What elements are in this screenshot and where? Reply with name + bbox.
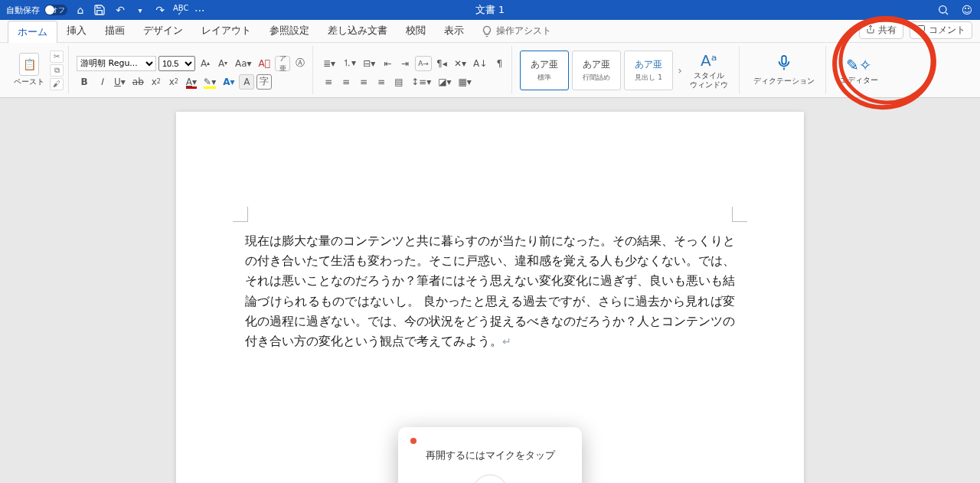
sort-button[interactable]: A↓ [471,56,489,71]
borders-button[interactable]: ▦▾ [456,74,474,90]
char-border-button[interactable]: 字 [256,74,272,90]
ltr-button[interactable]: A→ [415,56,432,71]
strikethrough-button[interactable]: ab [130,74,146,90]
group-editor: ✎✧ エディター [829,46,889,94]
phonetic-icon[interactable]: ア亜 [275,56,290,71]
char-shading-button[interactable]: A [239,74,254,90]
cut-icon[interactable]: ✂ [50,51,64,63]
decrease-indent-button[interactable]: ⇤ [380,56,395,71]
tab-home[interactable]: ホーム [8,21,57,43]
paragraph-mark-icon: ↵ [502,336,511,348]
group-styles: あア亜 標準 あア亜 行間詰め あア亜 見出し 1 › Aᵃ スタイル ウィンド… [515,46,740,94]
subscript-button[interactable]: x2 [149,74,164,90]
align-center-button[interactable]: ≡ [338,74,354,90]
clipboard-icon: 📋 [19,53,39,76]
comments-button[interactable]: コメント [910,21,972,39]
undo-dropdown-icon[interactable]: ▾ [133,6,147,15]
toggle-switch[interactable]: オフ [44,5,67,15]
document-canvas[interactable]: 現在は膨大な量のコンテンツと共に暮らすのが当たり前になった。その結果、そっくりと… [0,98,980,483]
enclose-icon[interactable]: Ⓐ [292,56,308,71]
group-dictation: ディクテーション [743,46,826,94]
tell-me[interactable]: 操作アシスト [473,20,559,42]
comment-icon [916,24,926,36]
font-name-select[interactable]: 游明朝 Regu... [77,56,156,71]
highlight-button[interactable]: ✎▾ [201,74,218,90]
style-pane-button[interactable]: Aᵃ スタイル ウィンドウ [684,48,734,92]
asia-layout-button[interactable]: ✕▾ [452,56,469,71]
tab-design[interactable]: デザイン [134,20,192,42]
dictation-message: 再開するにはマイクをタップ [410,449,570,462]
multilevel-button[interactable]: ⊟▾ [361,56,377,71]
tab-view[interactable]: 表示 [435,20,473,42]
justify-button[interactable]: ≡ [374,74,389,90]
lightbulb-icon [481,25,493,38]
format-painter-icon[interactable]: 🖌 [50,78,64,90]
distribute-button[interactable]: ▤ [391,74,407,90]
show-marks-button[interactable]: ¶ [492,56,507,71]
change-case-icon[interactable]: Aa▾ [233,56,254,71]
editor-icon: ✎✧ [846,56,872,74]
superscript-button[interactable]: x2 [166,74,181,90]
autosave-label: 自動保存 [6,5,40,16]
tell-me-label: 操作アシスト [496,24,551,38]
share-icon [866,24,875,36]
share-button[interactable]: 共有 [859,21,903,39]
style-normal[interactable]: あア亜 標準 [520,51,569,90]
dictation-popup[interactable]: 再開するにはマイクをタップ [398,427,582,483]
save-icon[interactable] [93,4,107,16]
tabs: ホーム 挿入 描画 デザイン レイアウト 参照設定 差し込み文書 校閲 表示 [8,20,473,42]
bullets-button[interactable]: ≣▾ [321,56,338,71]
underline-button[interactable]: U▾ [112,74,128,90]
document-title: 文書 1 [475,4,505,17]
italic-button[interactable]: I [94,74,109,90]
style-pane-icon: Aᵃ [701,51,717,70]
dictation-help-button[interactable] [534,479,560,483]
document-body[interactable]: 現在は膨大な量のコンテンツと共に暮らすのが当たり前になった。その結果、そっくりと… [245,231,735,352]
mic-icon [776,54,792,75]
tab-references[interactable]: 参照設定 [260,20,318,42]
text-effects-button[interactable]: A▾ [220,74,237,90]
title-bar: 自動保存 オフ ⌂ ↶ ▾ ↷ ABC✓ ⋯ 文書 1 ☺ [0,0,980,20]
align-left-button[interactable]: ≡ [321,74,336,90]
style-nospacing[interactable]: あア亜 行間詰め [572,51,621,90]
group-clipboard: 📋 ペースト ✂ ⧉ 🖌 [6,46,69,94]
spellcheck-icon[interactable]: ABC✓ [173,4,187,17]
increase-indent-button[interactable]: ⇥ [397,56,413,71]
group-font: 游明朝 Regu... 10.5 A▴ A▾ Aa▾ A⃠ ア亜 Ⓐ B I U… [72,46,313,94]
home-icon[interactable]: ⌂ [74,4,87,16]
recording-indicator-icon [410,438,416,444]
font-color-button[interactable]: A▾ [184,74,199,90]
more-icon[interactable]: ⋯ [193,4,207,16]
paste-button[interactable]: 📋 ペースト [11,51,47,89]
decrease-size-icon[interactable]: A▾ [215,56,230,71]
tab-draw[interactable]: 描画 [96,20,134,42]
tab-layout[interactable]: レイアウト [192,20,260,42]
autosave-toggle[interactable]: 自動保存 オフ [6,5,67,16]
dictation-settings-button[interactable] [420,479,446,483]
svg-line-1 [946,12,948,15]
align-right-button[interactable]: ≡ [356,74,371,90]
undo-icon[interactable]: ↶ [113,4,127,16]
copy-icon[interactable]: ⧉ [50,64,64,77]
dictation-mic-button[interactable] [472,475,508,483]
bold-button[interactable]: B [77,74,92,90]
styles-expand-icon[interactable]: › [676,64,684,77]
numbering-button[interactable]: ⒈▾ [340,56,358,71]
search-icon[interactable] [937,4,951,16]
dictation-button[interactable]: ディクテーション [747,51,821,89]
shading-button[interactable]: ◪▾ [436,74,453,90]
editor-button[interactable]: ✎✧ エディター [834,53,884,88]
tab-review[interactable]: 校閲 [397,20,435,42]
line-spacing-button[interactable]: ↕≡▾ [409,74,433,90]
style-heading1[interactable]: あア亜 見出し 1 [624,51,673,90]
tab-insert[interactable]: 挿入 [57,20,96,42]
redo-icon[interactable]: ↷ [153,4,167,16]
clear-format-icon[interactable]: A⃠ [256,56,273,71]
rtl-button[interactable]: ¶◂ [434,56,449,71]
tab-mailings[interactable]: 差し込み文書 [318,20,397,42]
group-paragraph: ≣▾ ⒈▾ ⊟▾ ⇤ ⇥ A→ ¶◂ ✕▾ A↓ ¶ ≡ ≡ ≡ ≡ ▤ ↕≡▾… [316,46,512,94]
font-size-select[interactable]: 10.5 [158,56,195,71]
tabs-row: ホーム 挿入 描画 デザイン レイアウト 参照設定 差し込み文書 校閲 表示 操… [0,20,980,43]
account-icon[interactable]: ☺ [960,4,974,16]
increase-size-icon[interactable]: A▴ [198,56,213,71]
